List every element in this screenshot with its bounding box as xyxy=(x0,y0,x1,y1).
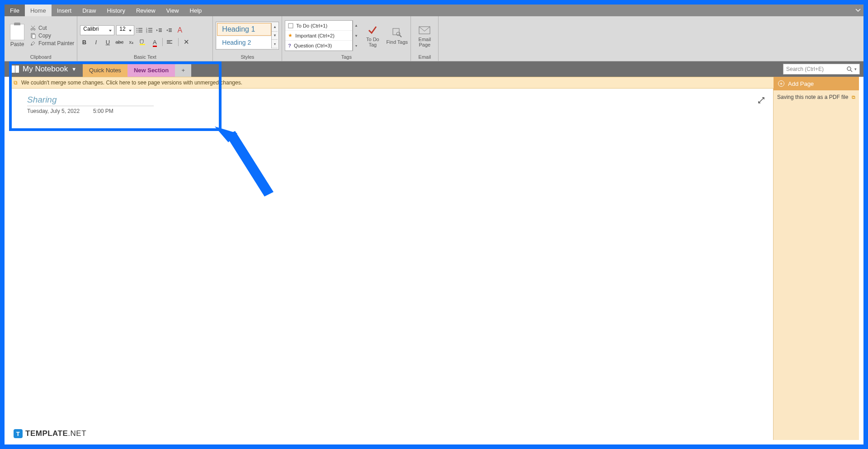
ribbon-collapse-icon[interactable] xyxy=(853,5,863,16)
font-size-select[interactable]: 12 xyxy=(116,25,134,35)
checkmark-icon xyxy=(367,24,378,36)
note-title[interactable]: Sharing xyxy=(27,95,154,106)
basic-text-group-label: Basic Text xyxy=(80,53,210,61)
menu-help[interactable]: Help xyxy=(184,5,208,16)
search-input[interactable]: Search (Ctrl+E) ▾ xyxy=(783,64,860,75)
notebook-icon xyxy=(11,65,19,73)
plus-icon: + xyxy=(778,80,784,87)
conflict-icon: ⧉ xyxy=(14,80,18,86)
format-painter-button[interactable]: Format Painter xyxy=(30,40,74,47)
svg-rect-11 xyxy=(148,28,152,29)
envelope-icon xyxy=(419,24,430,36)
tabbar: My Notebook ▼ Quick Notes New Section + … xyxy=(5,61,863,77)
paintbrush-icon xyxy=(30,40,36,47)
svg-point-4 xyxy=(137,28,137,29)
find-tags-button[interactable]: Find Tags xyxy=(386,27,408,45)
italic-button[interactable]: I xyxy=(92,39,100,46)
menubar: File Home Insert Draw History Review Vie… xyxy=(5,5,863,16)
note-header: Sharing Tuesday, July 5, 2022 5:00 PM xyxy=(27,95,154,114)
watermark-bold: TEMPLATE xyxy=(25,429,68,438)
highlight-button[interactable] xyxy=(139,39,147,45)
page-item-title: Saving this note as a PDF file xyxy=(777,94,848,100)
bullets-button[interactable] xyxy=(136,27,144,33)
note-time: 5:00 PM xyxy=(93,108,113,114)
clear-format-button[interactable]: A xyxy=(176,26,184,34)
underline-button[interactable]: U xyxy=(104,39,112,46)
search-tag-icon xyxy=(391,27,403,38)
tags-scroll[interactable]: ▲▼▾ xyxy=(353,20,359,51)
clipboard-group-label: Clipboard xyxy=(7,53,74,61)
page-list-item[interactable]: Saving this note as a PDF file ⧉ xyxy=(774,90,859,104)
font-color-button[interactable]: A xyxy=(151,39,159,46)
copy-button[interactable]: Copy xyxy=(30,33,74,39)
subscript-button[interactable]: x₂ xyxy=(127,39,135,45)
ribbon-group-styles: Heading 1 Heading 2 ▲▼▾ Styles xyxy=(213,16,282,61)
svg-rect-9 xyxy=(138,32,142,33)
outdent-button[interactable] xyxy=(156,27,164,33)
svg-rect-5 xyxy=(138,28,142,29)
menu-draw[interactable]: Draw xyxy=(77,5,101,16)
add-page-button[interactable]: + Add Page xyxy=(774,77,859,90)
svg-point-28 xyxy=(396,32,400,36)
numbering-button[interactable]: 123 xyxy=(146,27,154,33)
ribbon-group-email: Email Page Email xyxy=(411,16,439,61)
tags-group-label: Tags xyxy=(285,53,408,61)
svg-rect-24 xyxy=(167,42,170,42)
svg-rect-20 xyxy=(169,30,172,31)
conflict-indicator-icon: ⧉ xyxy=(852,94,855,100)
svg-rect-18 xyxy=(159,31,162,32)
menu-history[interactable]: History xyxy=(102,5,131,16)
merge-warning-text: We couldn't merge some changes. Click he… xyxy=(21,80,242,86)
section-tab-new-section[interactable]: New Section xyxy=(127,63,175,77)
svg-rect-21 xyxy=(169,31,172,32)
svg-rect-25 xyxy=(167,43,172,44)
note-date: Tuesday, July 5, 2022 xyxy=(27,108,80,114)
menu-view[interactable]: View xyxy=(161,5,184,16)
search-dropdown-icon[interactable]: ▾ xyxy=(854,67,857,71)
watermark-icon: T xyxy=(14,429,23,438)
styles-scroll[interactable]: ▲▼▾ xyxy=(271,23,278,48)
watermark: T TEMPLATE.NET xyxy=(14,429,86,438)
notebook-name: My Notebook xyxy=(23,65,68,74)
delete-button[interactable]: ✕ xyxy=(182,38,190,46)
tag-question[interactable]: ? Question (Ctrl+3) xyxy=(285,41,352,51)
indent-button[interactable] xyxy=(166,27,174,33)
menu-file[interactable]: File xyxy=(5,5,25,16)
style-heading-2[interactable]: Heading 2 xyxy=(217,37,271,48)
expand-icon[interactable] xyxy=(758,97,765,104)
svg-rect-13 xyxy=(148,30,152,31)
search-placeholder: Search (Ctrl+E) xyxy=(786,66,824,72)
email-page-button[interactable]: Email Page xyxy=(414,24,435,47)
ribbon-group-clipboard: Paste Cut Copy xyxy=(5,16,77,61)
section-tab-quick-notes[interactable]: Quick Notes xyxy=(83,63,127,77)
email-group-label: Email xyxy=(414,53,435,61)
tag-todo[interactable]: To Do (Ctrl+1) xyxy=(285,21,352,31)
page-canvas[interactable]: Sharing Tuesday, July 5, 2022 5:00 PM xyxy=(9,89,773,440)
merge-warning-bar[interactable]: ⧉ We couldn't merge some changes. Click … xyxy=(9,77,859,89)
align-button[interactable] xyxy=(166,39,175,45)
font-family-select[interactable]: Calibri xyxy=(80,25,114,35)
add-section-tab[interactable]: + xyxy=(175,63,191,77)
svg-rect-16 xyxy=(159,28,162,29)
menu-insert[interactable]: Insert xyxy=(52,5,77,16)
chevron-down-icon: ▼ xyxy=(71,66,76,72)
svg-rect-7 xyxy=(138,30,142,31)
ribbon: Paste Cut Copy xyxy=(5,16,863,61)
menu-home[interactable]: Home xyxy=(25,5,52,16)
content-area: Sharing Tuesday, July 5, 2022 5:00 PM + … xyxy=(9,89,859,440)
style-heading-1[interactable]: Heading 1 xyxy=(217,23,271,36)
bold-button[interactable]: B xyxy=(80,39,88,46)
menu-review[interactable]: Review xyxy=(131,5,161,16)
scissors-icon xyxy=(30,25,36,31)
strikethrough-button[interactable]: abc xyxy=(115,39,123,45)
notebook-picker[interactable]: My Notebook ▼ xyxy=(5,61,83,77)
paste-button[interactable]: Paste xyxy=(7,24,27,47)
tag-important[interactable]: ★ Important (Ctrl+2) xyxy=(285,31,352,41)
cut-button[interactable]: Cut xyxy=(30,25,74,31)
svg-point-8 xyxy=(137,32,137,33)
svg-rect-19 xyxy=(169,28,172,29)
svg-rect-26 xyxy=(288,23,293,28)
svg-text:3: 3 xyxy=(146,31,147,33)
svg-rect-15 xyxy=(148,32,152,33)
todo-tag-button[interactable]: To Do Tag xyxy=(362,24,383,47)
